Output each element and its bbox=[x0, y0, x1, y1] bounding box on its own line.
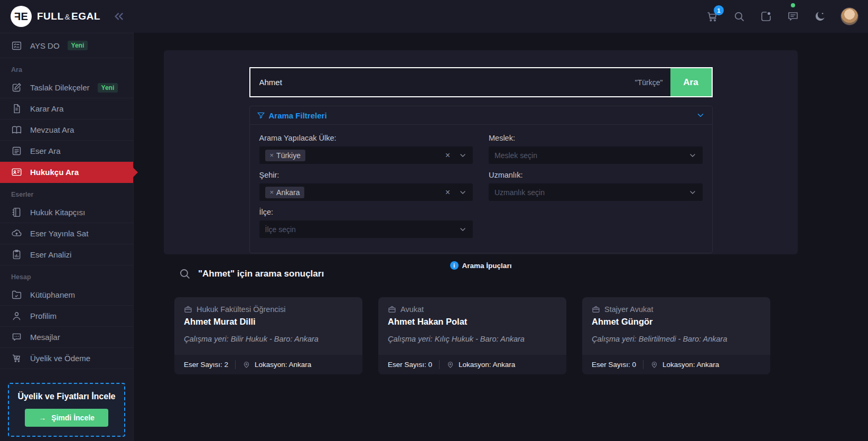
result-card[interactable]: Avukat Ahmet Hakan Polat Çalışma yeri: K… bbox=[378, 297, 566, 374]
arrow-right-icon: → bbox=[39, 414, 46, 422]
remove-tag-icon[interactable]: × bbox=[270, 188, 274, 196]
card-location: Lokasyon: Ankara bbox=[459, 361, 515, 369]
profession-select[interactable]: Meslek seçin bbox=[489, 146, 703, 164]
analytics-clipboard-icon bbox=[11, 249, 22, 260]
notebook-icon bbox=[11, 207, 22, 218]
card-works-count: Eser Sayısı: 2 bbox=[184, 361, 228, 369]
city-chip[interactable]: ×Ankara bbox=[265, 187, 305, 198]
folder-icon bbox=[11, 289, 22, 300]
country-select[interactable]: ×Türkiye × bbox=[259, 146, 473, 164]
card-profession: Avukat bbox=[400, 305, 424, 314]
result-card[interactable]: Hukuk Fakültesi Öğrencisi Ahmet Murat Di… bbox=[174, 297, 362, 374]
cart-check-icon bbox=[11, 353, 22, 364]
sidebar-item-uyelik-ve-odeme[interactable]: Üyelik ve Ödeme bbox=[0, 348, 133, 369]
district-label: İlçe: bbox=[259, 208, 473, 216]
document-icon bbox=[11, 103, 22, 114]
card-workplace: Çalışma yeri: Belirtilmedi - Baro: Ankar… bbox=[592, 335, 761, 343]
edit-icon bbox=[11, 82, 22, 93]
search-icon[interactable] bbox=[733, 10, 745, 23]
new-badge: Yeni bbox=[98, 83, 118, 93]
search-language-label: "Türkçe" bbox=[635, 68, 670, 96]
sidebar-collapse-icon[interactable] bbox=[112, 10, 126, 25]
sidebar-item-eser-analizi[interactable]: Eser Analizi bbox=[0, 244, 133, 265]
sidebar-item-mesajlar[interactable]: Mesajlar bbox=[0, 327, 133, 348]
book-icon bbox=[11, 124, 22, 135]
sidebar-item-mevzuat-ara[interactable]: Mevzuat Ara bbox=[0, 120, 133, 141]
country-label: Arama Yapılacak Ülke: bbox=[259, 134, 473, 142]
user-avatar[interactable] bbox=[841, 7, 858, 25]
specialty-select[interactable]: Uzmanlık seçin bbox=[489, 183, 703, 201]
location-pin-icon bbox=[650, 361, 658, 369]
checklist-icon bbox=[11, 40, 22, 51]
promo-title: Üyelik ve Fiyatları İncele bbox=[14, 392, 119, 401]
sidebar-section-ara: Ara bbox=[0, 58, 133, 77]
chevron-down-icon bbox=[459, 188, 467, 197]
sidebar-item-taslak-dilekceler[interactable]: Taslak Dilekçeler Yeni bbox=[0, 77, 133, 98]
sidebar-section-hesap: Hesap bbox=[0, 265, 133, 284]
messages-icon[interactable] bbox=[787, 10, 799, 23]
location-pin-icon bbox=[446, 361, 454, 369]
cart-count-badge: 1 bbox=[714, 5, 724, 15]
brand-name: FULL&EGAL bbox=[37, 11, 100, 22]
search-submit-button[interactable]: Ara bbox=[670, 68, 712, 96]
promo-cta-button[interactable]: → Şimdi İncele bbox=[25, 409, 108, 427]
card-name: Ahmet Hakan Polat bbox=[388, 317, 557, 327]
card-workplace: Çalışma yeri: Bilir Hukuk - Baro: Ankara bbox=[184, 335, 353, 343]
sidebar-item-eser-yayinla-sat[interactable]: Eser Yayınla Sat bbox=[0, 223, 133, 244]
search-bar: "Türkçe" Ara bbox=[249, 67, 713, 97]
card-location: Lokasyon: Ankara bbox=[662, 361, 719, 369]
card-name: Ahmet Güngör bbox=[592, 317, 761, 327]
filters-header[interactable]: Arama Filtreleri bbox=[250, 106, 712, 125]
card-name: Ahmet Murat Dilli bbox=[184, 317, 353, 327]
divider bbox=[643, 360, 643, 369]
clear-icon[interactable]: × bbox=[445, 151, 450, 160]
chevron-down-icon[interactable] bbox=[696, 111, 705, 120]
online-status-dot bbox=[791, 3, 795, 7]
chevron-down-icon bbox=[459, 151, 467, 160]
card-profession: Stajyer Avukat bbox=[604, 305, 653, 314]
country-chip[interactable]: ×Türkiye bbox=[265, 150, 306, 161]
result-card[interactable]: Stajyer Avukat Ahmet Güngör Çalışma yeri… bbox=[582, 297, 770, 374]
sidebar-item-ays-do[interactable]: AYS DO Yeni bbox=[0, 33, 133, 58]
remove-tag-icon[interactable]: × bbox=[270, 151, 274, 159]
filters-box: Arama Filtreleri Arama Yapılacak Ülke: ×… bbox=[249, 106, 713, 253]
search-input[interactable] bbox=[250, 68, 635, 96]
profession-label: Meslek: bbox=[489, 134, 703, 142]
sidebar-item-karar-ara[interactable]: Karar Ara bbox=[0, 98, 133, 120]
chat-icon bbox=[11, 332, 22, 343]
sidebar-item-profilim[interactable]: Profilim bbox=[0, 306, 133, 327]
list-icon bbox=[11, 145, 22, 157]
results-heading: "Ahmet" için arama sonuçları bbox=[178, 267, 324, 280]
logo-mark-icon: FE bbox=[11, 6, 32, 27]
district-select[interactable]: İlçe seçin bbox=[259, 221, 473, 238]
app-root: FE FULL&EGAL 1 bbox=[0, 0, 868, 441]
city-label: Şehir: bbox=[259, 171, 473, 179]
notifications-icon[interactable] bbox=[760, 10, 772, 23]
sidebar-item-eser-ara[interactable]: Eser Ara bbox=[0, 141, 133, 162]
clear-icon[interactable]: × bbox=[445, 188, 450, 197]
results-card-list: Hukuk Fakültesi Öğrencisi Ahmet Murat Di… bbox=[174, 297, 770, 374]
sidebar-item-kutuphanem[interactable]: Kütüphanem bbox=[0, 284, 133, 306]
dark-mode-icon[interactable] bbox=[814, 10, 826, 23]
card-works-count: Eser Sayısı: 0 bbox=[592, 361, 636, 369]
card-location: Lokasyon: Ankara bbox=[255, 361, 311, 369]
cart-icon[interactable]: 1 bbox=[706, 10, 718, 23]
card-profession: Hukuk Fakültesi Öğrencisi bbox=[197, 305, 285, 314]
chevron-down-icon bbox=[459, 225, 467, 234]
id-card-icon bbox=[11, 167, 22, 178]
card-works-count: Eser Sayısı: 0 bbox=[388, 361, 432, 369]
sidebar-item-hukukcu-ara[interactable]: Hukukçu Ara bbox=[0, 162, 133, 183]
sidebar-item-hukuk-kitapcisi[interactable]: Hukuk Kitapçısı bbox=[0, 202, 133, 223]
sidebar-section-eserler: Eserler bbox=[0, 183, 133, 202]
briefcase-icon bbox=[388, 305, 396, 314]
search-results-icon bbox=[178, 267, 191, 280]
info-icon: i bbox=[450, 261, 459, 270]
filter-funnel-icon bbox=[257, 111, 265, 120]
briefcase-icon bbox=[592, 305, 600, 314]
card-workplace: Çalışma yeri: Kılıç Hukuk - Baro: Ankara bbox=[388, 335, 557, 343]
chevron-down-icon bbox=[688, 151, 697, 160]
city-select[interactable]: ×Ankara × bbox=[259, 183, 473, 201]
divider bbox=[235, 360, 236, 369]
divider bbox=[439, 360, 440, 369]
sidebar: AYS DO Yeni Ara Taslak Dilekçeler Yeni K… bbox=[0, 33, 134, 441]
